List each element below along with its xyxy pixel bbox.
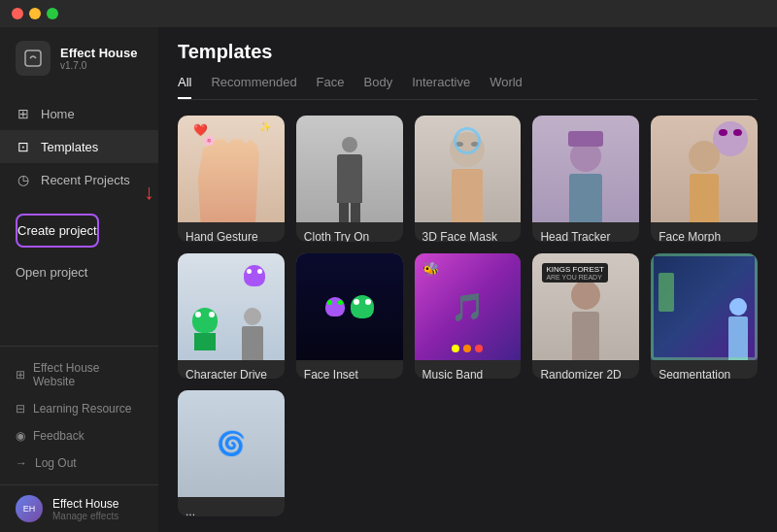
template-image-face-morph [651, 116, 758, 222]
template-name-music-band: Music Band [422, 368, 514, 380]
sidebar-nav: ⊞ Home ⊡ Templates ◷ Recent Projects Cre… [0, 89, 158, 346]
maximize-button[interactable] [47, 8, 58, 19]
template-card-cloth-try-on[interactable]: Cloth Try OnBeginner [296, 116, 403, 242]
tab-face[interactable]: Face [317, 75, 345, 99]
template-card-music-band[interactable]: 🎵 🐝 Music BandIntermediate [415, 253, 522, 380]
template-name-character-drive: Character Drive [186, 368, 277, 380]
sidebar-item-recent[interactable]: ◷ Recent Projects [0, 163, 158, 196]
sidebar-item-recent-label: Recent Projects [41, 173, 130, 187]
app-logo-icon [16, 41, 51, 76]
close-button[interactable] [12, 8, 23, 19]
profile-name: Effect House [52, 497, 118, 511]
tab-body[interactable]: Body [364, 75, 393, 99]
template-card-face-morph[interactable]: Face MorphIntermediate [651, 116, 758, 242]
main-content: Templates All Recommended Face Body Inte… [158, 0, 777, 532]
sidebar-item-home-label: Home [41, 107, 75, 121]
template-image-character-drive [178, 253, 285, 360]
arrow-indicator: ↓ [144, 180, 154, 205]
tab-interactive[interactable]: Interactive [412, 75, 470, 99]
sidebar-item-website-label: Effect House Website [33, 361, 143, 388]
tab-world[interactable]: World [490, 75, 523, 99]
template-card-bottom-1[interactable]: 🌀 ...Beginner [178, 390, 285, 516]
templates-grid: ❤️ ✨ 🌸 Hand GestureIntermediate Cloth Tr… [158, 100, 777, 532]
sidebar-item-logout-label: Log Out [35, 456, 77, 470]
template-image-segmentation [651, 253, 758, 360]
templates-icon: ⊡ [16, 139, 31, 154]
open-project-button[interactable]: Open project [16, 259, 87, 285]
template-name-face-morph: Face Morph [659, 230, 750, 242]
template-card-randomizer-2d[interactable]: KINGS FOREST ARE YOU READY Randomizer 2D… [532, 253, 639, 380]
template-image-bottom-1: 🌀 [178, 390, 285, 497]
logout-icon: → [16, 456, 27, 470]
template-card-head-tracker[interactable]: Head TrackerBeginner [532, 116, 639, 242]
sidebar-item-learning-label: Learning Resource [33, 402, 131, 416]
template-image-hand-gesture: ❤️ ✨ 🌸 [178, 116, 285, 222]
template-image-cloth-try-on [296, 116, 403, 222]
feedback-icon: ◉ [16, 429, 25, 443]
app-version: v1.7.0 [60, 60, 137, 71]
template-name-cloth-try-on: Cloth Try On [304, 230, 395, 242]
template-name-head-tracker: Head Tracker [540, 230, 631, 242]
tab-all[interactable]: All [178, 75, 191, 99]
template-card-3d-face-mask[interactable]: 3D Face MaskIntermediate [415, 116, 522, 242]
sidebar-item-templates-label: Templates [41, 140, 98, 154]
template-name-hand-gesture: Hand Gesture [186, 230, 277, 242]
page-title: Templates [178, 41, 758, 63]
svg-rect-0 [25, 50, 41, 66]
filter-tabs: All Recommended Face Body Interactive Wo… [178, 75, 758, 100]
app-name: Effect House [60, 46, 137, 60]
sidebar-item-learning[interactable]: ⊟ Learning Resource [0, 395, 158, 422]
titlebar [0, 0, 777, 27]
sidebar-item-logout[interactable]: → Log Out [0, 449, 158, 477]
sidebar-profile[interactable]: EH Effect House Manage effects [0, 484, 158, 532]
template-card-character-drive[interactable]: Character DriveBeginner [178, 253, 285, 380]
template-card-face-inset[interactable]: Face InsetBeginner [296, 253, 403, 380]
tab-recommended[interactable]: Recommended [211, 75, 296, 99]
sidebar-item-feedback[interactable]: ◉ Feedback [0, 422, 158, 449]
sidebar-logo: Effect House v1.7.0 [0, 27, 158, 89]
template-image-face-inset [296, 253, 403, 360]
home-icon: ⊞ [16, 106, 31, 121]
minimize-button[interactable] [29, 8, 41, 19]
create-project-button[interactable]: Create project [16, 214, 99, 248]
avatar-text: EH [23, 504, 36, 514]
website-icon: ⊞ [16, 368, 25, 382]
template-image-3d-face-mask [415, 116, 522, 222]
sidebar-item-feedback-label: Feedback [33, 429, 84, 443]
learning-icon: ⊟ [16, 402, 25, 416]
recent-icon: ◷ [16, 172, 31, 187]
main-header: Templates All Recommended Face Body Inte… [158, 27, 777, 100]
template-name-randomizer-2d: Randomizer 2D [540, 368, 631, 380]
template-name-bottom-1: ... [186, 505, 277, 516]
template-card-hand-gesture[interactable]: ❤️ ✨ 🌸 Hand GestureIntermediate [178, 116, 285, 242]
template-card-segmentation[interactable]: SegmentationBeginner [651, 253, 758, 380]
template-name-face-inset: Face Inset [304, 368, 395, 380]
sidebar-bottom: ⊞ Effect House Website ⊟ Learning Resour… [0, 346, 158, 484]
template-name-3d-face-mask: 3D Face Mask [422, 230, 514, 242]
sidebar: Effect House v1.7.0 ⊞ Home ⊡ Templates ◷… [0, 0, 158, 532]
avatar: EH [16, 495, 43, 522]
profile-subtitle: Manage effects [52, 511, 118, 521]
sidebar-item-website[interactable]: ⊞ Effect House Website [0, 354, 158, 395]
template-image-randomizer-2d: KINGS FOREST ARE YOU READY [532, 253, 639, 360]
sidebar-item-templates[interactable]: ⊡ Templates [0, 130, 158, 163]
template-image-head-tracker [532, 116, 639, 222]
template-name-segmentation: Segmentation [659, 368, 750, 380]
sidebar-item-home[interactable]: ⊞ Home [0, 97, 158, 130]
template-image-music-band: 🎵 🐝 [415, 253, 522, 360]
